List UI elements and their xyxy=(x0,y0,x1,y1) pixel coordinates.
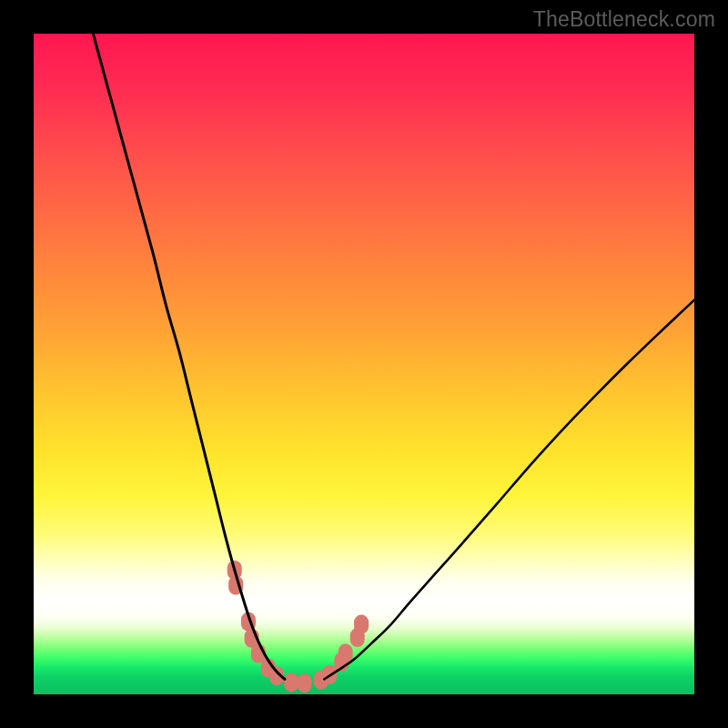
left-curve xyxy=(93,34,285,679)
valley-marker xyxy=(298,673,312,693)
valley-marker xyxy=(284,672,298,692)
chart-svg xyxy=(34,34,694,694)
markers-group xyxy=(228,561,369,693)
right-curve xyxy=(324,300,694,680)
valley-marker xyxy=(339,643,353,662)
plot-area xyxy=(34,34,694,694)
watermark-label: TheBottleneck.com xyxy=(533,7,715,32)
valley-marker xyxy=(354,615,369,634)
outer-frame: TheBottleneck.com xyxy=(0,0,728,728)
